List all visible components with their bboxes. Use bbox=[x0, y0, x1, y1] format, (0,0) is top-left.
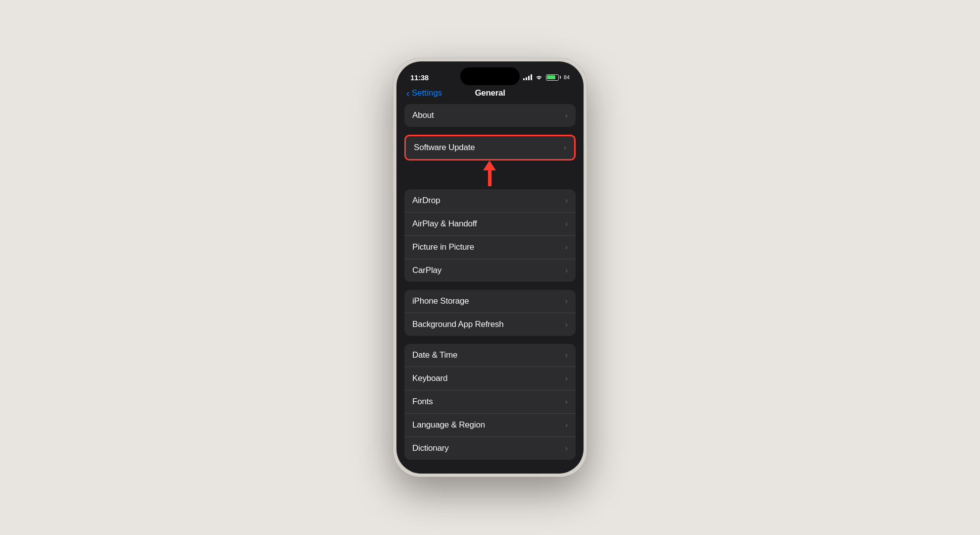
settings-group-2: AirDrop › AirPlay & Handoff › Picture in… bbox=[404, 189, 576, 282]
language-region-label: Language & Region bbox=[412, 420, 485, 430]
settings-row-dictionary[interactable]: Dictionary › bbox=[404, 436, 576, 460]
settings-group-software: Software Update › bbox=[404, 135, 576, 160]
settings-row-language-region[interactable]: Language & Region › bbox=[404, 413, 576, 436]
background-app-refresh-chevron-icon: › bbox=[565, 320, 568, 329]
signal-icon bbox=[523, 74, 532, 80]
software-update-chevron-icon: › bbox=[564, 143, 566, 152]
keyboard-label: Keyboard bbox=[412, 374, 447, 383]
wifi-icon bbox=[535, 74, 543, 80]
settings-group-system: Date & Time › Keyboard › Fonts › Languag… bbox=[404, 344, 576, 460]
picture-in-picture-chevron-icon: › bbox=[565, 243, 568, 252]
back-label: Settings bbox=[412, 88, 442, 98]
about-chevron-icon: › bbox=[565, 111, 568, 120]
battery-percent: 84 bbox=[564, 74, 570, 80]
phone-frame: 11:38 84 bbox=[393, 58, 587, 477]
settings-row-date-time[interactable]: Date & Time › bbox=[404, 344, 576, 367]
settings-scroll: About › Software Update › bbox=[396, 104, 584, 467]
settings-group-3: iPhone Storage › Background App Refresh … bbox=[404, 290, 576, 336]
settings-group-4: Date & Time › Keyboard › Fonts › Languag… bbox=[404, 344, 576, 460]
settings-row-background-app-refresh[interactable]: Background App Refresh › bbox=[404, 313, 576, 336]
settings-row-iphone-storage[interactable]: iPhone Storage › bbox=[404, 290, 576, 313]
back-button[interactable]: ‹ Settings bbox=[406, 88, 442, 98]
settings-row-keyboard[interactable]: Keyboard › bbox=[404, 367, 576, 390]
dictionary-chevron-icon: › bbox=[565, 444, 568, 453]
nav-title: General bbox=[475, 88, 505, 98]
status-icons: 84 bbox=[523, 74, 570, 81]
settings-row-picture-in-picture[interactable]: Picture in Picture › bbox=[404, 235, 576, 259]
settings-row-fonts[interactable]: Fonts › bbox=[404, 390, 576, 413]
red-arrow-annotation bbox=[483, 160, 496, 186]
dynamic-island bbox=[460, 67, 520, 85]
fonts-label: Fonts bbox=[412, 397, 433, 407]
about-label: About bbox=[412, 110, 434, 120]
status-time: 11:38 bbox=[410, 73, 429, 82]
fonts-chevron-icon: › bbox=[565, 397, 568, 406]
airplay-handoff-label: AirPlay & Handoff bbox=[412, 219, 477, 229]
settings-row-airplay-handoff[interactable]: AirPlay & Handoff › bbox=[404, 212, 576, 235]
carplay-chevron-icon: › bbox=[565, 266, 568, 275]
back-chevron-icon: ‹ bbox=[406, 88, 410, 98]
keyboard-chevron-icon: › bbox=[565, 374, 568, 383]
settings-row-airdrop[interactable]: AirDrop › bbox=[404, 189, 576, 212]
arrow-head-icon bbox=[483, 160, 496, 170]
settings-row-software-update[interactable]: Software Update › bbox=[406, 136, 574, 159]
airdrop-chevron-icon: › bbox=[565, 196, 568, 205]
picture-in-picture-label: Picture in Picture bbox=[412, 242, 474, 252]
settings-row-carplay[interactable]: CarPlay › bbox=[404, 259, 576, 282]
carplay-label: CarPlay bbox=[412, 266, 441, 275]
settings-group-1: About › bbox=[404, 104, 576, 127]
settings-row-about[interactable]: About › bbox=[404, 104, 576, 127]
background-app-refresh-label: Background App Refresh bbox=[412, 320, 504, 329]
date-time-label: Date & Time bbox=[412, 350, 457, 360]
phone-screen: 11:38 84 bbox=[396, 61, 584, 474]
software-update-label: Software Update bbox=[414, 143, 475, 153]
iphone-storage-label: iPhone Storage bbox=[412, 296, 469, 306]
settings-group-connectivity: AirDrop › AirPlay & Handoff › Picture in… bbox=[404, 189, 576, 282]
settings-group-about: About › bbox=[404, 104, 576, 127]
software-update-highlight-box: Software Update › bbox=[404, 135, 576, 160]
arrow-shaft-icon bbox=[488, 170, 491, 186]
nav-bar: ‹ Settings General bbox=[396, 86, 584, 104]
settings-group-software-wrapper: Software Update › bbox=[404, 135, 576, 160]
iphone-storage-chevron-icon: › bbox=[565, 297, 568, 306]
battery-icon bbox=[546, 74, 561, 81]
airplay-handoff-chevron-icon: › bbox=[565, 219, 568, 228]
language-region-chevron-icon: › bbox=[565, 421, 568, 429]
dictionary-label: Dictionary bbox=[412, 443, 449, 453]
airdrop-label: AirDrop bbox=[412, 196, 440, 206]
date-time-chevron-icon: › bbox=[565, 351, 568, 360]
settings-group-storage: iPhone Storage › Background App Refresh … bbox=[404, 290, 576, 336]
